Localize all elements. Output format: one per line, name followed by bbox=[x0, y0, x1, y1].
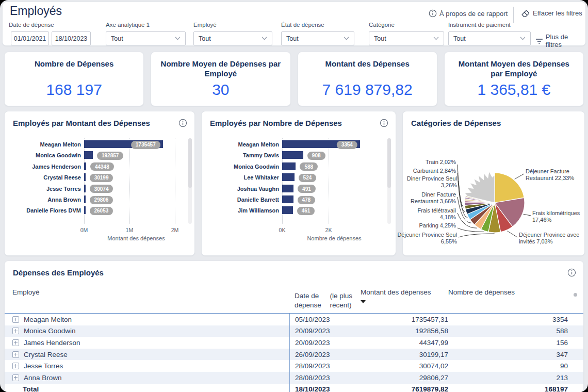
expand-icon[interactable] bbox=[12, 363, 19, 369]
bar-value-label: 44348 bbox=[90, 162, 114, 171]
date-filter-label: Date de dépense bbox=[9, 22, 54, 28]
info-icon bbox=[429, 9, 437, 18]
expense-date: 20/09/2023 bbox=[289, 337, 361, 349]
bar-jim-williamson[interactable] bbox=[282, 206, 293, 214]
table-total-row: Total18/10/20237619879,82168197 bbox=[5, 384, 583, 392]
date-to-input[interactable]: 18/10/2023 bbox=[52, 31, 91, 45]
expense-count: 3354 bbox=[448, 316, 568, 323]
expense-count: 347 bbox=[448, 351, 568, 358]
table-row[interactable]: Jesse Torres28/09/202330074,0290 bbox=[5, 360, 583, 372]
bar-value-label: 461 bbox=[297, 207, 315, 215]
column-header-nombre-de-dépenses[interactable]: Nombre de dépenses bbox=[448, 288, 568, 297]
employee-name: James Henderson bbox=[24, 339, 80, 347]
kpi-card-nombre-depenses: Nombre de Dépenses 168 197 bbox=[4, 52, 144, 106]
bar-tammy-davis[interactable] bbox=[282, 151, 303, 159]
expand-icon[interactable] bbox=[12, 316, 19, 323]
expand-icon[interactable] bbox=[12, 328, 19, 334]
bar-chart-nombre: 0K2KMeagan Melton3354Tammy Davis908Monic… bbox=[202, 135, 396, 255]
kpi-value: 1 365,81 € bbox=[477, 81, 550, 99]
bar-anna-brown[interactable] bbox=[84, 195, 86, 203]
sort-descending-icon[interactable] bbox=[361, 300, 366, 303]
date-from-input[interactable]: 01/01/2021 bbox=[11, 31, 49, 45]
column-header-employé[interactable]: Employé bbox=[12, 288, 289, 297]
kpi-card-montant-depenses: Montant des Dépenses 7 619 879,82 bbox=[298, 52, 437, 106]
dropdown-instrument-paiement[interactable]: Tout bbox=[448, 31, 531, 45]
chart-scrollbar[interactable] bbox=[387, 138, 391, 224]
filter-label-axe-analytique: Axe analytique 1 bbox=[106, 22, 150, 28]
bar-value-label: 1735457 bbox=[131, 141, 160, 149]
x-axis-tick: 2K bbox=[325, 227, 332, 233]
more-filters-label: Plus de filtres bbox=[546, 33, 585, 48]
chart-scrollbar-thumb[interactable] bbox=[188, 138, 192, 188]
bar-value-label: 478 bbox=[298, 196, 316, 204]
bar-value-label: 26053 bbox=[90, 207, 113, 215]
bar-value-label: 524 bbox=[299, 174, 317, 182]
chart-scrollbar-thumb[interactable] bbox=[387, 138, 391, 188]
expense-date: 28/09/2023 bbox=[289, 360, 361, 372]
clear-filters-button[interactable]: Effacer les filtres bbox=[520, 8, 582, 18]
dropdown-categorie[interactable]: Tout bbox=[369, 31, 444, 45]
dropdown-employe[interactable]: Tout bbox=[193, 31, 272, 45]
more-filters-button[interactable]: Plus de filtres bbox=[535, 33, 585, 48]
bar-category-label: Jesse Torres bbox=[5, 186, 81, 192]
bar-joshua-vaughn[interactable] bbox=[282, 185, 293, 192]
bar-category-label: Danielle Barrett bbox=[202, 197, 279, 203]
column-header-montant-des-dépenses[interactable]: Montant des dépenses bbox=[361, 288, 448, 303]
bar-crystal-reese[interactable] bbox=[84, 173, 86, 181]
about-report-button[interactable]: À propos de ce rapport bbox=[429, 9, 508, 18]
column-header-label: Date de dépense bbox=[295, 291, 330, 310]
bar-value-label: 29806 bbox=[90, 196, 113, 204]
info-icon[interactable] bbox=[178, 119, 187, 127]
bar-monica-goodwin[interactable] bbox=[84, 151, 93, 159]
info-icon[interactable] bbox=[567, 268, 576, 277]
expand-icon[interactable] bbox=[12, 351, 19, 358]
column-header-label: Montant des dépenses bbox=[361, 288, 448, 297]
pie-callout-line bbox=[515, 174, 524, 179]
table-row[interactable]: Crystal Reese26/09/202330199,17347 bbox=[5, 349, 583, 361]
kpi-value: 7 619 879,82 bbox=[322, 81, 413, 99]
bar-value-label: 491 bbox=[298, 185, 316, 193]
chart-categories-depenses: Catégories de Dépenses Déjeuner FactureR… bbox=[402, 111, 585, 256]
employee-name: Meagan Melton bbox=[24, 316, 72, 323]
x-axis-title: Nombre de dépenses bbox=[307, 235, 361, 241]
table-row[interactable]: Monica Goodwin20/09/2023192856,58588 bbox=[5, 325, 583, 337]
expense-count: 213 bbox=[448, 374, 568, 382]
bar-james-henderson[interactable] bbox=[84, 162, 86, 170]
x-axis-tick: 0K bbox=[279, 227, 286, 233]
chart-scrollbar[interactable] bbox=[188, 138, 192, 224]
expense-date: 28/08/2023 bbox=[289, 372, 361, 384]
gridline bbox=[129, 138, 130, 224]
kpi-card-nombre-moyen: Nombre Moyen de Dépenses par Employé 30 bbox=[151, 52, 290, 106]
info-icon[interactable] bbox=[380, 119, 388, 127]
kpi-card-montant-moyen: Montant Moyen des Dépenses par Employé 1… bbox=[444, 52, 584, 106]
bar-jesse-torres[interactable] bbox=[84, 185, 86, 192]
dropdown-etat-depense[interactable]: Tout bbox=[281, 31, 354, 45]
bar-danielle-flores-dvm[interactable] bbox=[84, 206, 86, 214]
dropdown-axe-analytique[interactable]: Tout bbox=[106, 31, 186, 45]
column-header-label: Nombre de dépenses bbox=[448, 288, 568, 297]
table-row[interactable]: Anna Brown28/08/202329806,27213 bbox=[5, 372, 583, 384]
bar-lee-whitaker[interactable] bbox=[282, 173, 295, 181]
column-header-date-de-dépense[interactable]: Date de dépense(le plus récent) bbox=[289, 288, 361, 313]
expense-amount: 192856,58 bbox=[361, 327, 448, 335]
table-row[interactable]: James Henderson20/09/202344347,99156 bbox=[5, 337, 583, 349]
chevron-down-icon bbox=[344, 37, 349, 40]
employee-name: Crystal Reese bbox=[24, 351, 68, 358]
bar-danielle-barrett[interactable] bbox=[282, 195, 293, 203]
expense-date: 18/10/2023 bbox=[289, 384, 361, 392]
employee-name: Anna Brown bbox=[24, 374, 62, 382]
expense-count: 90 bbox=[448, 362, 568, 370]
bar-category-label: Tammy Davis bbox=[202, 152, 279, 158]
column-header-label: Employé bbox=[12, 288, 289, 297]
kpi-row: Nombre de Dépenses 168 197 Nombre Moyen … bbox=[4, 52, 584, 106]
table-row[interactable]: Meagan Melton05/10/20231735457,313354 bbox=[5, 314, 583, 325]
kpi-title: Nombre de Dépenses bbox=[35, 59, 113, 69]
expand-icon[interactable] bbox=[12, 374, 19, 381]
bar-monica-goodwin[interactable] bbox=[282, 162, 296, 170]
bar-chart-montant: 0M1M2MMeagan Melton1735457Monica Goodwin… bbox=[5, 135, 194, 255]
bar-category-label: Lee Whitaker bbox=[202, 174, 279, 181]
expenses-table: EmployéDate de dépense(le plus récent)Mo… bbox=[5, 285, 583, 392]
bar-value-label: 192857 bbox=[97, 152, 123, 160]
expand-icon[interactable] bbox=[12, 339, 19, 346]
x-axis-title: Montant des dépenses bbox=[107, 235, 165, 241]
